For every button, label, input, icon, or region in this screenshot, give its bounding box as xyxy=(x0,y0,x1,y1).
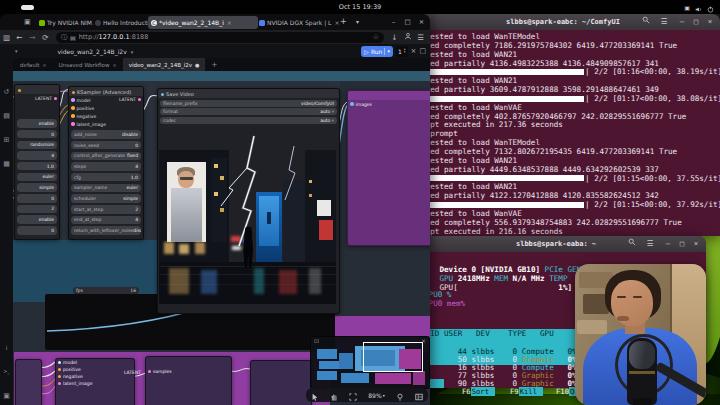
close-icon[interactable]: × xyxy=(704,16,716,28)
workflows-history-icon[interactable]: ↺ xyxy=(0,88,13,96)
widget-row[interactable]: cfg1.0 xyxy=(71,173,141,182)
forward-icon[interactable]: → xyxy=(26,33,39,42)
node-video-purple[interactable]: images xyxy=(347,90,430,246)
fkey-kill[interactable]: F9Kill xyxy=(510,379,543,398)
node-vae-decode[interactable]: LATENT samples xyxy=(145,356,232,405)
widget-row[interactable]: 0 xyxy=(17,130,57,139)
maximize-icon[interactable]: □ xyxy=(402,17,413,27)
workflow-tab-default[interactable]: default× xyxy=(14,58,53,71)
minimize-icon[interactable]: – xyxy=(388,17,399,27)
widget-row[interactable]: 2 xyxy=(17,205,57,214)
run-options-caret[interactable]: ▾ xyxy=(387,48,390,54)
tray-app-icon[interactable]: ▣ xyxy=(684,4,690,11)
input-latent-image[interactable]: latent_image xyxy=(69,120,143,128)
terminal-titlebar[interactable]: slbbs@spark-eaba: ~ ☰ – □ × xyxy=(406,236,706,252)
node-purple-small[interactable] xyxy=(250,360,312,405)
back-icon[interactable]: ← xyxy=(13,33,26,42)
input-positive[interactable]: positive xyxy=(56,366,134,373)
format-field[interactable]: formatauto ▾ xyxy=(160,108,337,115)
tab-overview-icon[interactable]: ▣ xyxy=(24,18,31,26)
shortcuts-icon[interactable]: ▣ xyxy=(0,392,13,400)
widget-row[interactable]: schedulersimple xyxy=(71,194,141,203)
run-button[interactable]: ▷ Run ▾ xyxy=(361,46,393,57)
url-text[interactable]: http://127.0.0.1:8188 xyxy=(79,33,149,41)
address-bar[interactable]: ⓘ ▤ http://127.0.0.1:8188 ☆ xyxy=(56,32,384,43)
info-icon[interactable]: i xyxy=(0,344,13,351)
new-tab-button[interactable]: + xyxy=(340,17,347,26)
widget-row[interactable]: steps4 xyxy=(71,162,141,171)
node-ksampler-advanced[interactable]: KSampler (Advanced) LATENT model positiv… xyxy=(68,86,144,240)
bookmark-star-icon[interactable]: ☆ xyxy=(373,33,379,41)
widget-row[interactable]: 4 xyxy=(17,151,57,160)
close-icon[interactable]: × xyxy=(227,19,232,26)
widget-row[interactable]: sampler_nameeuler xyxy=(71,184,141,193)
widget-row[interactable]: end_at_step4 xyxy=(71,216,141,225)
input-negative[interactable]: negative xyxy=(56,373,134,380)
menu-icon[interactable]: ☰ xyxy=(414,33,427,42)
browser-tab-hello[interactable]: Hello Introduction × xyxy=(92,16,150,29)
codec-field[interactable]: codecauto ▾ xyxy=(160,117,337,124)
node-ksampler-high[interactable]: LATENT enable 0 randomize 4 1.0 euler si… xyxy=(14,84,60,240)
close-icon[interactable]: × xyxy=(416,17,427,27)
menu-icon[interactable]: ☰ xyxy=(658,16,670,28)
widget-row[interactable]: 0 xyxy=(17,226,57,235)
terminal-titlebar[interactable]: slbbs@spark-eabc: ~/ComfyUI ☰ – □ × xyxy=(406,14,720,30)
site-info-icon[interactable]: ⓘ xyxy=(61,33,67,42)
minimize-icon[interactable]: – xyxy=(676,16,688,28)
widget-row[interactable]: start_at_step2 xyxy=(71,205,141,214)
widget-row[interactable]: add_noisedisable xyxy=(71,130,141,139)
minimap-toggle-icon[interactable] xyxy=(415,386,423,405)
browser-tab-nim[interactable]: Try NVIDIA NIM APIs × xyxy=(36,16,94,29)
clock[interactable]: Oct 15 19:39 xyxy=(0,0,720,14)
clear-queue-icon[interactable]: × xyxy=(411,47,417,55)
output-latent[interactable]: LATENT xyxy=(119,97,141,102)
video-preview-image[interactable] xyxy=(159,128,336,304)
minimap-panel[interactable]: ⊡ × xyxy=(310,336,430,389)
node-canvas[interactable]: fps16 xyxy=(13,71,430,405)
volume-icon[interactable] xyxy=(695,0,702,17)
input-samples[interactable]: samples xyxy=(146,367,231,375)
browser-tab-comfyui[interactable]: C *video_wan2_2_14B_i × xyxy=(148,16,258,29)
browser-tab-dgx[interactable]: NVIDIA DGX Spark | L × xyxy=(256,16,340,29)
widget-row[interactable]: randomize xyxy=(17,141,57,150)
widget-row[interactable]: euler xyxy=(17,173,57,182)
input-model[interactable]: model xyxy=(56,359,134,366)
queue-panel-icon[interactable]: □ xyxy=(419,47,426,55)
new-workflow-button[interactable]: + xyxy=(211,61,217,69)
widget-row[interactable]: enable xyxy=(17,119,57,128)
widget-row[interactable]: control_after_generatefixed xyxy=(71,152,141,161)
menu-icon[interactable]: ☰ xyxy=(644,238,656,250)
close-icon[interactable]: × xyxy=(112,62,116,68)
power-icon[interactable] xyxy=(707,0,714,17)
fit-view-icon[interactable] xyxy=(349,386,357,405)
system-tray[interactable]: ▣ xyxy=(684,0,714,14)
widget-row[interactable]: return_with_leftover_noisedisable xyxy=(71,226,141,235)
select-tool-icon[interactable] xyxy=(311,386,319,405)
output-latent[interactable]: LATENT xyxy=(35,96,57,101)
tab-list-caret[interactable]: ▾ xyxy=(356,18,359,25)
terminal-toggle-icon[interactable]: >_ xyxy=(0,368,13,374)
downloads-icon[interactable]: ↓ xyxy=(388,33,401,42)
node-purple-stub[interactable] xyxy=(15,359,42,405)
minimize-icon[interactable]: – xyxy=(662,238,674,250)
maximize-icon[interactable]: □ xyxy=(690,16,702,28)
filename-prefix-field[interactable]: filename_prefixvideo/ComfyUI xyxy=(160,100,337,107)
input-latent-image[interactable]: latent_image xyxy=(56,380,134,387)
input-positive[interactable]: positive xyxy=(69,104,143,112)
search-icon[interactable] xyxy=(640,16,652,28)
reload-icon[interactable]: ⟳ xyxy=(39,33,52,42)
node-library-icon[interactable]: ▤ xyxy=(0,112,13,120)
close-icon[interactable]: × xyxy=(42,62,46,68)
minimap-viewport[interactable] xyxy=(363,342,423,372)
chevron-down-icon[interactable]: ▾ xyxy=(15,48,18,54)
maximize-icon[interactable]: □ xyxy=(676,238,688,250)
widget-row[interactable]: 1.0 xyxy=(17,162,57,171)
workflow-tab-wan[interactable]: video_wan2_2_14B_i2v● xyxy=(123,58,206,71)
widget-row[interactable]: noise_seed0 xyxy=(71,141,141,150)
close-icon[interactable]: × xyxy=(690,238,702,250)
workflow-tab-unsaved[interactable]: Unsaved Workflow× xyxy=(53,58,123,71)
input-images[interactable]: images xyxy=(348,100,430,108)
sidebar-toggle-icon[interactable]: ▥ xyxy=(0,33,13,42)
terminal-window-comfyui[interactable]: slbbs@spark-eabc: ~/ComfyUI ☰ – □ × Requ… xyxy=(406,14,720,236)
close-icon[interactable]: × xyxy=(334,19,339,26)
